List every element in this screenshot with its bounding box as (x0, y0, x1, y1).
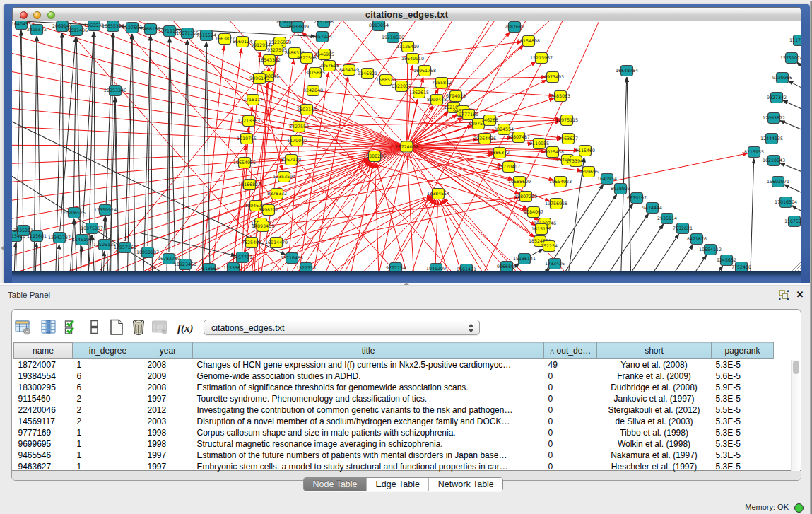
table-cell[interactable]: 1 (73, 461, 143, 472)
table-cell[interactable]: Franke et al. (2009) (597, 370, 712, 382)
network-edge[interactable] (796, 62, 801, 81)
table-cell[interactable]: Investigating the contribution of common… (193, 404, 544, 416)
table-cell[interactable]: 19384554 (14, 370, 73, 382)
network-node[interactable]: 8661421 (457, 264, 476, 272)
close-icon[interactable]: ✕ (795, 289, 805, 300)
network-edge[interactable] (783, 100, 801, 119)
table-cell[interactable]: Yano et al. (2008) (597, 359, 712, 370)
network-node[interactable]: 10958107 (136, 247, 159, 258)
network-node[interactable]: 8454749 (339, 65, 359, 76)
network-node[interactable]: 9066804 (497, 262, 517, 272)
network-edge[interactable] (656, 266, 723, 271)
network-node[interactable]: 7485063 (551, 91, 570, 102)
network-edge[interactable] (375, 200, 436, 271)
table-row[interactable]: 1456911722003Disruption of a novel membe… (14, 416, 774, 427)
tab-node-table[interactable]: Node Table (304, 478, 367, 491)
network-edge[interactable] (780, 121, 801, 139)
table-cell[interactable]: 1997 (143, 450, 193, 461)
network-node[interactable]: 1117320 (789, 35, 801, 46)
network-node[interactable]: 9227342 (767, 93, 787, 103)
network-node[interactable]: 252254 (541, 241, 558, 252)
network-node[interactable]: 8660124 (233, 37, 252, 47)
network-edge[interactable] (74, 220, 79, 272)
table-scrollbar[interactable] (791, 360, 800, 471)
column-header-title[interactable]: title (193, 343, 544, 359)
network-node[interactable]: 6466160 (141, 24, 160, 35)
network-edge[interactable] (57, 245, 59, 272)
network-node[interactable]: 2935114 (657, 214, 677, 224)
network-edge[interactable] (407, 54, 408, 141)
network-node[interactable]: 2351898 (314, 21, 334, 28)
column-header-pagerank[interactable]: pagerank (712, 343, 774, 359)
table-cell[interactable]: 0 (544, 404, 597, 416)
network-edge[interactable] (181, 40, 187, 272)
column-header-year[interactable]: year (143, 343, 193, 359)
network-node[interactable]: 7752468 (731, 262, 751, 272)
network-edge[interactable] (94, 33, 95, 272)
network-node[interactable]: 20206525 (63, 208, 86, 218)
table-cell[interactable]: Jankovic et al. (1997) (597, 393, 712, 404)
network-edge[interactable] (407, 66, 412, 141)
network-node[interactable]: 10654112 (699, 245, 722, 255)
table-cell[interactable]: 9465546 (14, 450, 73, 461)
network-node[interactable]: 19756928 (545, 199, 567, 209)
network-node[interactable]: 15720407 (498, 162, 520, 173)
table-cell[interactable]: 5.3E-5 (712, 461, 774, 472)
table-cell[interactable]: 5.5E-5 (712, 404, 774, 416)
table-cell[interactable]: Estimation of significance thresholds fo… (193, 382, 544, 393)
network-node[interactable]: 7857224 (312, 32, 332, 42)
network-node[interactable]: 3875685 (305, 68, 325, 78)
table-cell[interactable]: 49 (544, 359, 597, 370)
network-node[interactable]: 6679197 (627, 193, 647, 204)
network-node[interactable]: 9115460 (575, 146, 595, 156)
table-cell[interactable]: Hescheler et al. (1997) (597, 461, 712, 472)
node-table[interactable]: namein_degreeyeartitle△out_de…shortpager… (13, 342, 787, 473)
table-cell[interactable]: Wolkin et al. (1998) (597, 438, 712, 450)
network-edge[interactable] (251, 160, 285, 163)
network-edge[interactable] (620, 78, 627, 272)
table-cell[interactable]: 5.3E-5 (712, 438, 774, 450)
network-edge[interactable] (626, 245, 693, 271)
table-cell[interactable]: 5.3E-5 (712, 359, 774, 370)
table-cell[interactable]: Stergiakouli et al. (2012) (597, 404, 712, 416)
table-cell[interactable]: 2008 (143, 382, 193, 393)
table-row[interactable]: 946362711997Embryonic stem cells: a mode… (14, 461, 774, 472)
table-cell[interactable]: Tourette syndrome. Phenomenology and cla… (193, 393, 544, 404)
network-node[interactable]: 12942737 (48, 233, 71, 243)
network-node[interactable]: 15751074 (780, 53, 801, 64)
scrollbar-thumb[interactable] (793, 361, 799, 374)
column-header-in-degree[interactable]: in_degree (73, 343, 143, 359)
network-node[interactable]: 7663822 (215, 34, 235, 45)
show-columns-icon[interactable] (40, 319, 57, 336)
table-cell[interactable]: Structural magnetic resonance image aver… (193, 438, 544, 450)
network-node[interactable]: 1640954 (597, 174, 617, 185)
network-node[interactable]: 19218506 (382, 33, 404, 43)
network-edge[interactable] (749, 159, 754, 272)
table-cell[interactable]: 0 (544, 393, 597, 404)
network-edge[interactable] (83, 33, 94, 234)
table-cell[interactable]: 5.3E-5 (712, 427, 774, 438)
network-node[interactable]: 8878332 (267, 189, 287, 199)
network-edge[interactable] (377, 163, 425, 271)
table-cell[interactable]: 5.3E-5 (712, 393, 774, 404)
table-options-icon[interactable] (15, 319, 32, 336)
table-cell[interactable]: 5.3E-5 (712, 450, 774, 461)
table-cell[interactable]: 18724007 (14, 359, 73, 370)
network-node[interactable]: 12093872 (763, 113, 785, 124)
table-cell[interactable]: 2003 (143, 416, 193, 427)
network-edge[interactable] (562, 157, 584, 271)
resize-grip-icon[interactable] (792, 262, 801, 271)
network-edge[interactable] (788, 81, 801, 99)
network-node[interactable]: 16154808 (517, 36, 540, 47)
table-row[interactable]: 911546021997Tourette syndrome. Phenomeno… (14, 393, 774, 404)
network-node[interactable]: 8938923 (611, 184, 630, 194)
network-node[interactable]: 18640910 (401, 54, 424, 64)
network-node[interactable]: 19654923 (549, 177, 572, 187)
table-cell[interactable]: 0 (544, 427, 597, 438)
network-node[interactable]: 9457791 (233, 252, 252, 263)
table-cell[interactable]: 1 (73, 438, 143, 450)
network-edge[interactable] (411, 151, 570, 271)
network-node[interactable]: 8215955 (744, 147, 764, 158)
table-cell[interactable]: Tibbo et al. (1998) (597, 427, 712, 438)
table-row[interactable]: 1938455462009Genome-wide association stu… (14, 370, 774, 382)
